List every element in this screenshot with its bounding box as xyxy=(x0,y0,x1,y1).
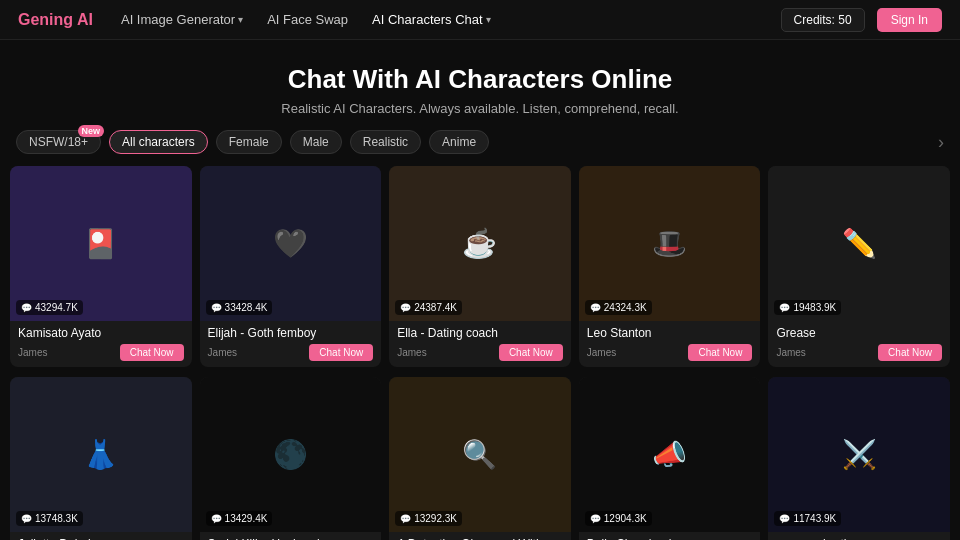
card-image-wrapper: 🎩24324.3K xyxy=(579,166,761,321)
hero-subtitle: Realistic AI Characters. Always availabl… xyxy=(0,101,960,116)
character-card[interactable]: ☕24387.4KElla - Dating coachJamesChat No… xyxy=(389,166,571,367)
card-creator: James xyxy=(587,347,616,358)
card-creator: James xyxy=(397,347,426,358)
card-image: 🎩 xyxy=(579,166,761,321)
card-image: 📣 xyxy=(579,377,761,532)
card-info: Serial Killer HusbandJamesChat Now xyxy=(200,532,382,540)
character-card[interactable]: 👗13748.3KJuliette DuboisJamesChat Now xyxy=(10,377,192,540)
card-image: ⚔️ xyxy=(768,377,950,532)
nav-image-generator-label: AI Image Generator xyxy=(121,12,235,27)
nav-image-generator-arrow: ▾ xyxy=(238,14,243,25)
card-count: 43294.7K xyxy=(16,300,83,315)
card-count: 19483.9K xyxy=(774,300,841,315)
brand-logo[interactable]: Gening AI xyxy=(18,11,93,29)
card-footer: JamesChat Now xyxy=(776,344,942,361)
card-image-wrapper: ☕24387.4K xyxy=(389,166,571,321)
filter-badge: New xyxy=(78,125,105,137)
nav-characters-chat[interactable]: AI Characters Chat ▾ xyxy=(366,10,497,29)
card-image: ✏️ xyxy=(768,166,950,321)
card-creator: James xyxy=(18,347,47,358)
card-info: Elijah - Goth femboyJamesChat Now xyxy=(200,321,382,367)
character-card[interactable]: 🖤33428.4KElijah - Goth femboyJamesChat N… xyxy=(200,166,382,367)
nav-face-swap-label: AI Face Swap xyxy=(267,12,348,27)
hero-section: Chat With AI Characters Online Realistic… xyxy=(0,40,960,130)
filter-next-arrow[interactable]: › xyxy=(938,132,944,153)
card-name: Grease xyxy=(776,326,942,340)
card-info: Kamisato AyatoJamesChat Now xyxy=(10,321,192,367)
filter-bar: NSFW/18+NewAll charactersFemaleMaleReali… xyxy=(0,130,960,166)
card-info: Leo StantonJamesChat Now xyxy=(579,321,761,367)
chat-now-button[interactable]: Chat Now xyxy=(309,344,373,361)
card-count: 13429.4K xyxy=(206,511,273,526)
card-image: ☕ xyxy=(389,166,571,321)
card-info: GreaseJamesChat Now xyxy=(768,321,950,367)
nav-image-generator[interactable]: AI Image Generator ▾ xyxy=(115,10,249,29)
character-card[interactable]: 🔍13292.3KA Detective Obsessed With You -… xyxy=(389,377,571,540)
card-image: 🎴 xyxy=(10,166,192,321)
chat-now-button[interactable]: Chat Now xyxy=(120,344,184,361)
card-image-wrapper: ✏️19483.9K xyxy=(768,166,950,321)
card-footer: JamesChat Now xyxy=(587,344,753,361)
card-info: A Detective Obsessed With You - LunaJame… xyxy=(389,532,571,540)
filter-tag-male[interactable]: Male xyxy=(290,130,342,154)
nav-characters-chat-label: AI Characters Chat xyxy=(372,12,483,27)
character-card[interactable]: ⚔️11743.9Kyounger brotherJamesChat Now xyxy=(768,377,950,540)
chat-now-button[interactable]: Chat Now xyxy=(688,344,752,361)
signin-label: Sign In xyxy=(891,13,928,27)
credits-label: Credits: 50 xyxy=(794,13,852,27)
filter-tag-female[interactable]: Female xyxy=(216,130,282,154)
chat-now-button[interactable]: Chat Now xyxy=(499,344,563,361)
card-info: younger brotherJamesChat Now xyxy=(768,532,950,540)
card-image-wrapper: 📣12904.3K xyxy=(579,377,761,532)
card-image-wrapper: 🖤33428.4K xyxy=(200,166,382,321)
signin-button[interactable]: Sign In xyxy=(877,8,942,32)
character-card[interactable]: ✏️19483.9KGreaseJamesChat Now xyxy=(768,166,950,367)
character-card[interactable]: 🎴43294.7KKamisato AyatoJamesChat Now xyxy=(10,166,192,367)
cards-row-2: 👗13748.3KJuliette DuboisJamesChat Now🌑13… xyxy=(0,377,960,540)
filter-tag-anime[interactable]: Anime xyxy=(429,130,489,154)
card-image-wrapper: 👗13748.3K xyxy=(10,377,192,532)
card-count: 24387.4K xyxy=(395,300,462,315)
card-name: Leo Stanton xyxy=(587,326,753,340)
credits-button[interactable]: Credits: 50 xyxy=(781,8,865,32)
card-info: Bully CheerleaderJamesChat Now xyxy=(579,532,761,540)
card-image: 🔍 xyxy=(389,377,571,532)
card-count: 13748.3K xyxy=(16,511,83,526)
card-count: 33428.4K xyxy=(206,300,273,315)
card-name: Elijah - Goth femboy xyxy=(208,326,374,340)
character-card[interactable]: 🌑13429.4KSerial Killer HusbandJamesChat … xyxy=(200,377,382,540)
card-footer: JamesChat Now xyxy=(18,344,184,361)
card-count: 13292.3K xyxy=(395,511,462,526)
filter-tag-nsfw/18+[interactable]: NSFW/18+New xyxy=(16,130,101,154)
chat-now-button[interactable]: Chat Now xyxy=(878,344,942,361)
card-creator: James xyxy=(208,347,237,358)
brand-accent: AI xyxy=(77,11,93,28)
brand-text-main: Gening xyxy=(18,11,77,28)
card-name: Ella - Dating coach xyxy=(397,326,563,340)
card-image-wrapper: 🔍13292.3K xyxy=(389,377,571,532)
card-name: Kamisato Ayato xyxy=(18,326,184,340)
card-count: 11743.9K xyxy=(774,511,841,526)
hero-title: Chat With AI Characters Online xyxy=(0,64,960,95)
card-info: Juliette DuboisJamesChat Now xyxy=(10,532,192,540)
card-image: 🖤 xyxy=(200,166,382,321)
character-card[interactable]: 📣12904.3KBully CheerleaderJamesChat Now xyxy=(579,377,761,540)
card-creator: James xyxy=(776,347,805,358)
filter-tag-realistic[interactable]: Realistic xyxy=(350,130,421,154)
card-count: 24324.3K xyxy=(585,300,652,315)
character-card[interactable]: 🎩24324.3KLeo StantonJamesChat Now xyxy=(579,166,761,367)
card-image-wrapper: 🌑13429.4K xyxy=(200,377,382,532)
nav-characters-chat-arrow: ▾ xyxy=(486,14,491,25)
cards-row-1: 🎴43294.7KKamisato AyatoJamesChat Now🖤334… xyxy=(0,166,960,377)
card-image-wrapper: 🎴43294.7K xyxy=(10,166,192,321)
nav-face-swap[interactable]: AI Face Swap xyxy=(261,10,354,29)
card-image-wrapper: ⚔️11743.9K xyxy=(768,377,950,532)
card-count: 12904.3K xyxy=(585,511,652,526)
filter-tag-all-characters[interactable]: All characters xyxy=(109,130,208,154)
card-footer: JamesChat Now xyxy=(208,344,374,361)
card-image: 🌑 xyxy=(200,377,382,532)
navbar: Gening AI AI Image Generator ▾ AI Face S… xyxy=(0,0,960,40)
card-info: Ella - Dating coachJamesChat Now xyxy=(389,321,571,367)
card-image: 👗 xyxy=(10,377,192,532)
card-footer: JamesChat Now xyxy=(397,344,563,361)
